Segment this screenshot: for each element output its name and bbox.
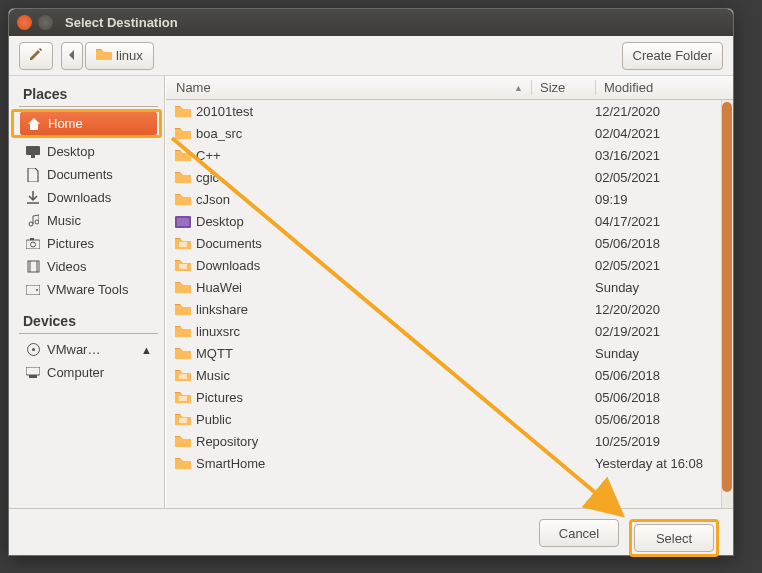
table-row[interactable]: Repository10/25/2019 <box>166 430 733 452</box>
folder-icon <box>174 279 192 295</box>
file-modified: 10/25/2019 <box>595 434 727 449</box>
file-name: Music <box>196 368 531 383</box>
annotation-select-highlight: Select <box>629 519 719 557</box>
file-name: cJson <box>196 192 531 207</box>
file-modified: 02/05/2021 <box>595 258 727 273</box>
table-row[interactable]: cgic02/05/2021 <box>166 166 733 188</box>
file-name: 20101test <box>196 104 531 119</box>
table-row[interactable]: Pictures05/06/2018 <box>166 386 733 408</box>
file-modified: 05/06/2018 <box>595 390 727 405</box>
film-icon <box>25 260 41 273</box>
eject-icon[interactable]: ▲ <box>141 344 152 356</box>
folder-icon <box>174 411 192 427</box>
svg-rect-13 <box>29 375 37 378</box>
file-modified: 04/17/2021 <box>595 214 727 229</box>
table-row[interactable]: linuxsrc02/19/2021 <box>166 320 733 342</box>
file-name: linuxsrc <box>196 324 531 339</box>
sidebar-item-pictures[interactable]: Pictures <box>19 232 158 255</box>
column-size[interactable]: Size <box>531 80 595 95</box>
table-row[interactable]: Documents05/06/2018 <box>166 232 733 254</box>
folder-icon <box>174 323 192 339</box>
camera-icon <box>25 238 41 249</box>
sidebar-item-label: Downloads <box>47 190 111 205</box>
table-row[interactable]: Downloads02/05/2021 <box>166 254 733 276</box>
file-name: C++ <box>196 148 531 163</box>
file-name: Repository <box>196 434 531 449</box>
close-icon[interactable] <box>17 15 32 30</box>
column-headers: Name ▲ Size Modified <box>166 76 733 100</box>
column-name[interactable]: Name ▲ <box>176 80 531 95</box>
folder-icon <box>174 147 192 163</box>
sidebar-item-label: VMware Tools <box>47 282 128 297</box>
home-icon <box>26 117 42 131</box>
sidebar-item-label: Music <box>47 213 81 228</box>
table-row[interactable]: Music05/06/2018 <box>166 364 733 386</box>
file-name: SmartHome <box>196 456 531 471</box>
select-destination-dialog: Select Destination linux Create Folder P… <box>8 8 734 556</box>
select-button[interactable]: Select <box>634 524 714 552</box>
sidebar-item-documents[interactable]: Documents <box>19 163 158 186</box>
path-back-button[interactable] <box>61 42 83 70</box>
scrollbar-thumb[interactable] <box>722 102 732 492</box>
scrollbar[interactable] <box>721 100 733 508</box>
devices-heading: Devices <box>19 311 158 334</box>
file-name: MQTT <box>196 346 531 361</box>
chevron-left-icon <box>68 48 76 63</box>
disc-icon <box>25 343 41 356</box>
cancel-button[interactable]: Cancel <box>539 519 619 547</box>
sidebar-item-home[interactable]: Home <box>20 112 157 135</box>
sidebar-item-label: Documents <box>47 167 113 182</box>
svg-rect-17 <box>179 264 187 269</box>
table-row[interactable]: linkshare12/20/2020 <box>166 298 733 320</box>
folder-icon <box>174 213 192 229</box>
column-modified[interactable]: Modified <box>595 80 727 95</box>
computer-icon <box>25 367 41 378</box>
file-name: Public <box>196 412 531 427</box>
breadcrumb-linux[interactable]: linux <box>85 42 154 70</box>
places-heading: Places <box>19 84 158 107</box>
table-row[interactable]: Public05/06/2018 <box>166 408 733 430</box>
file-modified: 09:19 <box>595 192 727 207</box>
folder-icon <box>174 235 192 251</box>
sidebar-item-computer[interactable]: Computer <box>19 361 158 384</box>
file-pane: Name ▲ Size Modified 20101test12/21/2020… <box>165 76 733 508</box>
toolbar: linux Create Folder <box>9 36 733 76</box>
minimize-icon[interactable] <box>38 15 53 30</box>
file-list[interactable]: 20101test12/21/2020boa_src02/04/2021C++0… <box>166 100 733 508</box>
titlebar[interactable]: Select Destination <box>9 9 733 36</box>
folder-icon <box>174 191 192 207</box>
file-name: HuaWei <box>196 280 531 295</box>
sidebar-item-vmware-disc[interactable]: VMwar… ▲ <box>19 338 158 361</box>
table-row[interactable]: MQTTSunday <box>166 342 733 364</box>
file-modified: 12/20/2020 <box>595 302 727 317</box>
folder-icon <box>174 125 192 141</box>
table-row[interactable]: C++03/16/2021 <box>166 144 733 166</box>
file-modified: Yesterday at 16:08 <box>595 456 727 471</box>
file-modified: 12/21/2020 <box>595 104 727 119</box>
table-row[interactable]: 20101test12/21/2020 <box>166 100 733 122</box>
places-sidebar: Places Home Desktop Documents Downl <box>9 76 165 508</box>
sidebar-item-downloads[interactable]: Downloads <box>19 186 158 209</box>
folder-icon <box>174 455 192 471</box>
create-folder-button[interactable]: Create Folder <box>622 42 723 70</box>
table-row[interactable]: cJson09:19 <box>166 188 733 210</box>
sidebar-item-videos[interactable]: Videos <box>19 255 158 278</box>
folder-icon <box>174 257 192 273</box>
desktop-icon <box>25 146 41 158</box>
file-modified: 02/04/2021 <box>595 126 727 141</box>
download-icon <box>25 191 41 205</box>
folder-icon <box>174 389 192 405</box>
sidebar-item-desktop[interactable]: Desktop <box>19 140 158 163</box>
table-row[interactable]: HuaWeiSunday <box>166 276 733 298</box>
file-modified: 02/05/2021 <box>595 170 727 185</box>
svg-point-11 <box>32 348 35 351</box>
annotation-home-highlight: Home <box>11 109 162 138</box>
sidebar-item-music[interactable]: Music <box>19 209 158 232</box>
sidebar-item-vmware-tools[interactable]: VMware Tools <box>19 278 158 301</box>
file-name: Desktop <box>196 214 531 229</box>
edit-path-button[interactable] <box>19 42 53 70</box>
table-row[interactable]: boa_src02/04/2021 <box>166 122 733 144</box>
table-row[interactable]: SmartHomeYesterday at 16:08 <box>166 452 733 474</box>
table-row[interactable]: Desktop04/17/2021 <box>166 210 733 232</box>
sort-asc-icon: ▲ <box>514 83 523 93</box>
